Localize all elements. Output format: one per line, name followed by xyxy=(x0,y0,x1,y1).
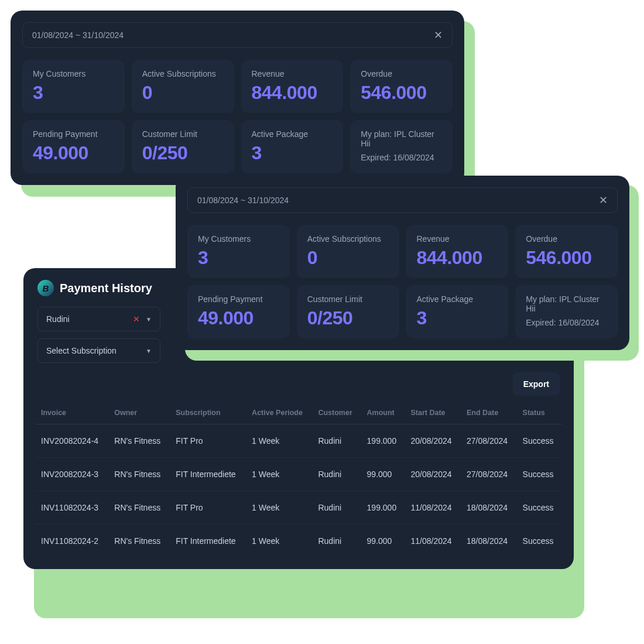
stat-active-subs: Active Subscriptions 0 xyxy=(132,60,234,113)
clear-customer-icon[interactable]: ✕ xyxy=(133,314,140,324)
cell-amount: 199.000 xyxy=(361,491,405,525)
cell-start: 20/08/2024 xyxy=(405,424,461,458)
cell-start: 11/08/2024 xyxy=(405,491,461,525)
stat-active-subs: Active Subscriptions 0 xyxy=(297,225,399,278)
stat-value: 0 xyxy=(142,82,224,104)
payment-history-table: Invoice Owner Subscription Active Period… xyxy=(35,402,562,557)
plan-expiry: Expired: 16/08/2024 xyxy=(526,318,607,327)
stat-value: 844.000 xyxy=(252,82,333,104)
stat-value: 546.000 xyxy=(526,247,607,269)
col-amount: Amount xyxy=(361,402,405,424)
subscription-select[interactable]: Select Subscription ▼ xyxy=(37,338,160,363)
stat-label: Pending Payment xyxy=(33,129,114,139)
stat-pending: Pending Payment 49.000 xyxy=(187,285,290,338)
cell-end: 27/08/2024 xyxy=(461,424,517,458)
col-start-date: Start Date xyxy=(405,402,461,424)
subscription-select-value: Select Subscription xyxy=(46,346,117,355)
stat-value: 3 xyxy=(198,247,279,269)
stat-customer-limit: Customer Limit 0/250 xyxy=(297,285,399,338)
col-owner: Owner xyxy=(108,402,170,424)
clear-date-icon[interactable]: ✕ xyxy=(434,30,443,40)
cell-customer: Rudini xyxy=(312,525,361,558)
table-header-row: Invoice Owner Subscription Active Period… xyxy=(35,402,562,424)
table-row[interactable]: INV11082024-2RN's FitnessFIT Intermediet… xyxy=(35,525,562,558)
cell-end: 27/08/2024 xyxy=(461,458,517,491)
stat-label: Active Package xyxy=(417,294,498,304)
stat-overdue: Overdue 546.000 xyxy=(350,60,453,113)
col-customer: Customer xyxy=(312,402,361,424)
table-row[interactable]: INV20082024-3RN's FitnessFIT Intermediet… xyxy=(35,458,562,491)
stat-my-customers: My Customers 3 xyxy=(22,60,125,113)
cell-owner: RN's Fitness xyxy=(108,491,170,525)
date-range-select[interactable]: 01/08/2024 ~ 31/10/2024 ✕ xyxy=(22,22,453,48)
cell-period: 1 Week xyxy=(246,424,312,458)
dashboard-card-1: 01/08/2024 ~ 31/10/2024 ✕ My Customers 3… xyxy=(11,11,464,185)
cell-invoice: INV20082024-4 xyxy=(35,424,108,458)
table-row[interactable]: INV20082024-4RN's FitnessFIT Pro1 WeekRu… xyxy=(35,424,562,458)
stat-active-package: Active Package 3 xyxy=(241,120,344,173)
date-range-select[interactable]: 01/08/2024 ~ 31/10/2024 ✕ xyxy=(187,187,618,213)
stat-grid: My Customers 3 Active Subscriptions 0 Re… xyxy=(22,60,453,173)
export-bar: Export xyxy=(35,363,562,402)
cell-invoice: INV11082024-2 xyxy=(35,525,108,558)
stat-my-customers: My Customers 3 xyxy=(187,225,290,278)
stat-label: Revenue xyxy=(417,234,498,244)
cell-period: 1 Week xyxy=(246,525,312,558)
stat-value: 0/250 xyxy=(307,307,389,329)
stat-active-package: Active Package 3 xyxy=(406,285,509,338)
stat-label: Active Package xyxy=(252,129,333,139)
cell-sub: FIT Pro xyxy=(170,424,246,458)
stat-label: Customer Limit xyxy=(142,129,224,139)
cell-sub: FIT Intermediete xyxy=(170,525,246,558)
stat-value: 844.000 xyxy=(417,247,498,269)
logo-icon: B xyxy=(37,280,54,296)
chevron-down-icon: ▼ xyxy=(146,348,152,354)
col-end-date: End Date xyxy=(461,402,517,424)
date-range-value: 01/08/2024 ~ 31/10/2024 xyxy=(197,196,289,205)
stat-value: 49.000 xyxy=(198,307,279,329)
stat-label: Pending Payment xyxy=(198,294,279,304)
col-invoice: Invoice xyxy=(35,402,108,424)
customer-select[interactable]: Rudini ✕ ▼ xyxy=(37,307,160,331)
stat-customer-limit: Customer Limit 0/250 xyxy=(132,120,234,173)
cell-status: Success xyxy=(517,525,562,558)
stat-label: My Customers xyxy=(198,234,279,244)
stat-label: Revenue xyxy=(252,69,333,78)
stat-revenue: Revenue 844.000 xyxy=(241,60,344,113)
export-button[interactable]: Export xyxy=(513,372,560,396)
cell-end: 18/08/2024 xyxy=(461,491,517,525)
cell-period: 1 Week xyxy=(246,458,312,491)
stat-value: 0 xyxy=(307,247,389,269)
clear-date-icon[interactable]: ✕ xyxy=(599,195,608,205)
stat-value: 3 xyxy=(33,82,114,104)
cell-start: 11/08/2024 xyxy=(405,525,461,558)
stat-pending: Pending Payment 49.000 xyxy=(22,120,125,173)
col-active-period: Active Periode xyxy=(246,402,312,424)
customer-select-value: Rudini xyxy=(46,314,70,324)
stat-label: Customer Limit xyxy=(307,294,389,304)
page-title: Payment History xyxy=(60,282,152,295)
cell-status: Success xyxy=(517,458,562,491)
stat-overdue: Overdue 546.000 xyxy=(515,225,618,278)
cell-invoice: INV20082024-3 xyxy=(35,458,108,491)
stat-label: My Customers xyxy=(33,69,114,78)
dashboard-card-2: 01/08/2024 ~ 31/10/2024 ✕ My Customers 3… xyxy=(176,176,629,350)
cell-period: 1 Week xyxy=(246,491,312,525)
stat-value: 546.000 xyxy=(361,82,442,104)
cell-sub: FIT Intermediete xyxy=(170,458,246,491)
cell-customer: Rudini xyxy=(312,491,361,525)
stat-label: Overdue xyxy=(526,234,607,244)
cell-owner: RN's Fitness xyxy=(108,458,170,491)
cell-owner: RN's Fitness xyxy=(108,525,170,558)
stat-my-plan: My plan: IPL Cluster Hii Expired: 16/08/… xyxy=(515,285,618,338)
cell-customer: Rudini xyxy=(312,458,361,491)
cell-sub: FIT Pro xyxy=(170,491,246,525)
cell-owner: RN's Fitness xyxy=(108,424,170,458)
stat-value: 49.000 xyxy=(33,142,114,164)
cell-invoice: INV11082024-3 xyxy=(35,491,108,525)
plan-name: My plan: IPL Cluster Hii xyxy=(361,129,442,148)
stat-label: Overdue xyxy=(361,69,442,78)
stat-label: Active Subscriptions xyxy=(142,69,224,78)
table-row[interactable]: INV11082024-3RN's FitnessFIT Pro1 WeekRu… xyxy=(35,491,562,525)
cell-amount: 199.000 xyxy=(361,424,405,458)
